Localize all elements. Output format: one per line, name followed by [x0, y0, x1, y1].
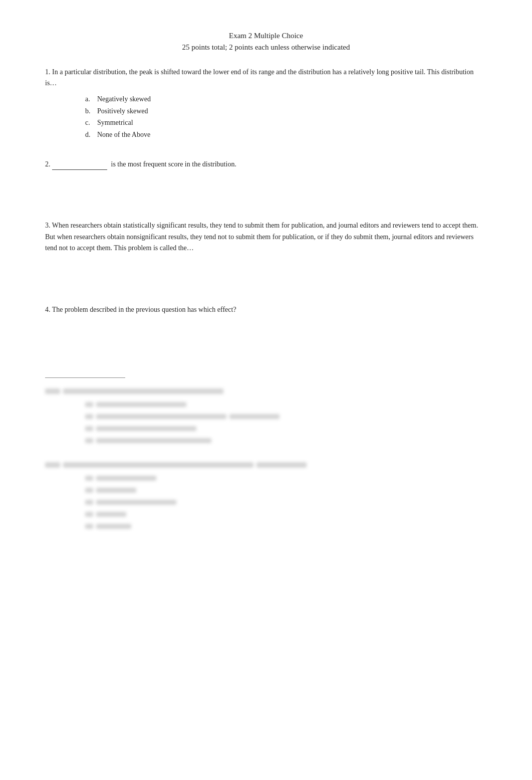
- choice-a-label: a.: [85, 93, 94, 105]
- list-item: c. Symmetrical: [85, 117, 487, 129]
- question-3-text: 3. When researchers obtain statistically…: [45, 220, 487, 254]
- blurred-content: [45, 386, 487, 531]
- question-2-text: 2. is the most frequent score in the dis…: [45, 159, 487, 170]
- question-2-blank: [52, 169, 107, 170]
- list-item: b. Positively skewed: [85, 105, 487, 117]
- choice-d-label: d.: [85, 129, 94, 141]
- question-3-body: When researchers obtain statistically si…: [45, 222, 478, 252]
- choice-b-label: b.: [85, 105, 94, 117]
- question-1-text: 1. In a particular distribution, the pea…: [45, 67, 487, 89]
- question-1-number: 1.: [45, 68, 51, 76]
- choice-d-text: None of the Above: [97, 129, 150, 141]
- question-1-choices: a. Negatively skewed b. Positively skewe…: [85, 93, 487, 141]
- exam-header: Exam 2 Multiple Choice 25 points total; …: [45, 30, 487, 53]
- choice-a-text: Negatively skewed: [97, 93, 151, 105]
- exam-title-line1: Exam 2 Multiple Choice: [45, 30, 487, 42]
- question-4: 4. The problem described in the previous…: [45, 304, 487, 315]
- question-3: 3. When researchers obtain statistically…: [45, 220, 487, 254]
- question-4-text: 4. The problem described in the previous…: [45, 304, 487, 315]
- page: Exam 2 Multiple Choice 25 points total; …: [0, 0, 532, 780]
- choice-b-text: Positively skewed: [97, 105, 148, 117]
- question-3-number: 3.: [45, 222, 51, 229]
- blurred-question-5: [45, 386, 487, 446]
- question-2-number: 2.: [45, 160, 51, 168]
- list-item: d. None of the Above: [85, 129, 487, 141]
- list-item: a. Negatively skewed: [85, 93, 487, 105]
- question-1-body: In a particular distribution, the peak i…: [45, 68, 474, 87]
- exam-title-line2: 25 points total; 2 points each unless ot…: [45, 42, 487, 53]
- spacer: [45, 333, 487, 373]
- choice-c-label: c.: [85, 117, 94, 129]
- question-2: 2. is the most frequent score in the dis…: [45, 159, 487, 170]
- question-1: 1. In a particular distribution, the pea…: [45, 67, 487, 141]
- blurred-question-6: [45, 460, 487, 531]
- separator-line: [45, 377, 125, 378]
- question-4-body: The problem described in the previous qu…: [52, 306, 236, 313]
- question-2-body: is the most frequent score in the distri…: [111, 160, 236, 168]
- question-4-number: 4.: [45, 306, 51, 313]
- choice-c-text: Symmetrical: [97, 117, 133, 129]
